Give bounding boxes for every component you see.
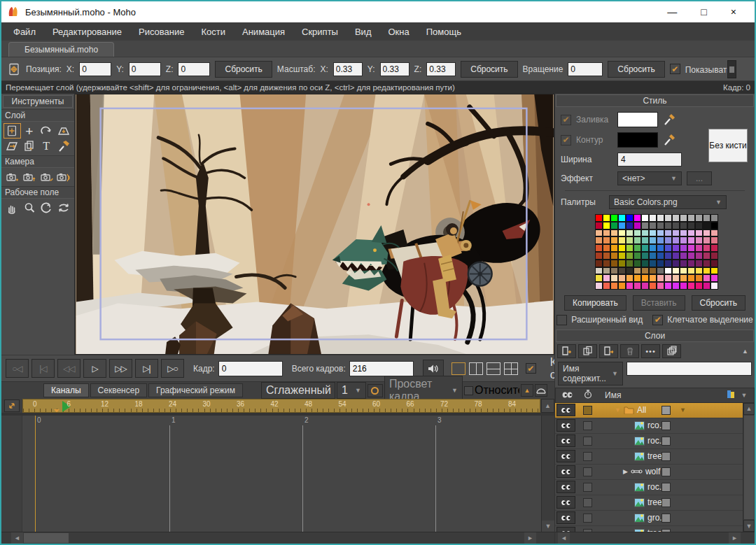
palette-swatch[interactable] <box>649 222 657 229</box>
layer-row-roc...[interactable]: roc... <box>555 480 755 495</box>
reference-layer-button[interactable] <box>599 344 618 358</box>
palette-swatch[interactable] <box>641 229 649 237</box>
layer-color-swatch[interactable] <box>662 514 671 523</box>
scale-layer-tool[interactable] <box>55 123 73 139</box>
palette-swatch[interactable] <box>657 222 664 229</box>
palette-swatch[interactable] <box>641 252 649 260</box>
palette-swatch[interactable] <box>695 214 703 222</box>
palette-swatch[interactable] <box>634 252 641 260</box>
layer-visibility-button[interactable] <box>556 450 575 462</box>
show-checkbox[interactable]: ✔ <box>670 64 680 74</box>
fill-checkbox[interactable]: ✔ <box>561 115 571 125</box>
minimize-button[interactable]: — <box>667 6 677 17</box>
palette-swatch[interactable] <box>595 267 603 275</box>
layer-row-roc...[interactable]: roc... <box>555 434 755 449</box>
palette-swatch[interactable] <box>610 282 618 290</box>
palette-swatch[interactable] <box>618 236 626 244</box>
single-view-button[interactable] <box>451 362 465 375</box>
close-button[interactable]: × <box>731 6 736 17</box>
palette-swatch[interactable] <box>687 260 695 267</box>
palette-swatch[interactable] <box>595 282 603 290</box>
layer-visibility-button[interactable] <box>556 434 575 447</box>
palette-swatch[interactable] <box>603 222 610 229</box>
palette-swatch[interactable] <box>695 229 703 237</box>
pen-tool[interactable] <box>55 139 73 154</box>
document-tab[interactable]: Безымянный.moho <box>8 42 114 57</box>
more-options-button[interactable]: ••• <box>641 344 660 358</box>
palette-swatch[interactable] <box>610 222 618 229</box>
palette-swatch[interactable] <box>618 267 626 275</box>
scrollbar-thumb[interactable] <box>744 416 754 519</box>
palette-swatch[interactable] <box>603 252 610 260</box>
palette-swatch[interactable] <box>657 252 664 260</box>
palette-swatch[interactable] <box>626 274 634 282</box>
palette-swatch[interactable] <box>626 222 634 229</box>
scale-x-input[interactable] <box>333 62 363 76</box>
tab-channels[interactable]: Каналы <box>43 383 89 397</box>
palette-swatch[interactable] <box>672 282 680 290</box>
palette-swatch[interactable] <box>626 282 634 290</box>
palette-swatch[interactable] <box>603 214 610 222</box>
split-horizontal-view-button[interactable] <box>486 362 500 375</box>
palette-swatch[interactable] <box>695 252 703 260</box>
menu-item-2[interactable]: Рисование <box>131 24 192 39</box>
palette-swatch[interactable] <box>710 282 718 290</box>
palette-swatch[interactable] <box>595 260 603 267</box>
palette-swatch[interactable] <box>634 244 641 252</box>
palette-swatch[interactable] <box>595 274 603 282</box>
layer-animation-checkbox[interactable] <box>583 406 592 415</box>
split-vertical-view-button[interactable] <box>469 362 483 375</box>
position-y-input[interactable] <box>129 62 161 76</box>
palette-swatch[interactable] <box>703 282 710 290</box>
palette-swatch[interactable] <box>672 274 680 282</box>
palette-swatch[interactable] <box>603 260 610 267</box>
position-z-input[interactable] <box>178 62 210 76</box>
palette-swatch[interactable] <box>649 244 657 252</box>
palette-swatch[interactable] <box>595 244 603 252</box>
palette-swatch[interactable] <box>610 214 618 222</box>
palette-swatch[interactable] <box>672 229 680 237</box>
layer-row-All[interactable]: ▼All▼ <box>555 403 755 418</box>
palette-swatch[interactable] <box>664 282 672 290</box>
palette-swatch[interactable] <box>626 214 634 222</box>
palette-swatch[interactable] <box>710 236 718 244</box>
palette-swatch[interactable] <box>680 267 687 275</box>
frame-input[interactable] <box>218 361 283 376</box>
duplicate-layer-button[interactable] <box>578 344 597 358</box>
palette-swatch[interactable] <box>618 244 626 252</box>
track-camera-tool[interactable] <box>4 169 21 185</box>
scroll-down-icon[interactable]: ▼ <box>743 520 755 532</box>
palette-swatch[interactable] <box>710 252 718 260</box>
layer-row-tree 2[interactable]: tree 2 <box>555 526 755 532</box>
palette-swatch[interactable] <box>687 244 695 252</box>
step-back-button[interactable]: ◁◁ <box>57 359 80 378</box>
canvas-viewport[interactable] <box>75 94 554 355</box>
palette-swatch[interactable] <box>680 282 687 290</box>
palette-swatch[interactable] <box>603 282 610 290</box>
palette-swatch[interactable] <box>680 252 687 260</box>
palette-swatch[interactable] <box>657 236 664 244</box>
rotate-layer-tool[interactable] <box>38 123 55 139</box>
palette-swatch[interactable] <box>695 274 703 282</box>
rotate-workspace-tool[interactable] <box>38 200 55 215</box>
palette-swatch[interactable] <box>657 282 664 290</box>
effect-dropdown[interactable]: <нет> ▼ <box>617 171 682 185</box>
palette-swatch[interactable] <box>603 236 610 244</box>
menu-item-3[interactable]: Кости <box>193 24 233 39</box>
palette-swatch[interactable] <box>649 267 657 275</box>
reset-position-button[interactable]: Сбросить <box>215 61 272 78</box>
palette-swatch[interactable] <box>687 222 695 229</box>
palette-swatch[interactable] <box>680 222 687 229</box>
palette-swatch[interactable] <box>703 244 710 252</box>
layer-visibility-button[interactable] <box>556 496 575 509</box>
palette-swatch[interactable] <box>657 214 664 222</box>
no-brush-button[interactable]: Без кисти <box>708 129 748 162</box>
menu-item-5[interactable]: Скрипты <box>294 24 346 39</box>
prev-keyframe-button[interactable]: |◁ <box>31 359 55 378</box>
quad-view-button[interactable] <box>504 362 518 375</box>
zoom-workspace-tool[interactable] <box>21 200 38 215</box>
palette-swatch[interactable] <box>649 282 657 290</box>
frame-step-dropdown[interactable]: 1 ▼ <box>337 382 366 399</box>
expand-arrow-icon[interactable]: ▼ <box>615 406 621 413</box>
scroll-right-icon[interactable]: ► <box>729 532 741 544</box>
